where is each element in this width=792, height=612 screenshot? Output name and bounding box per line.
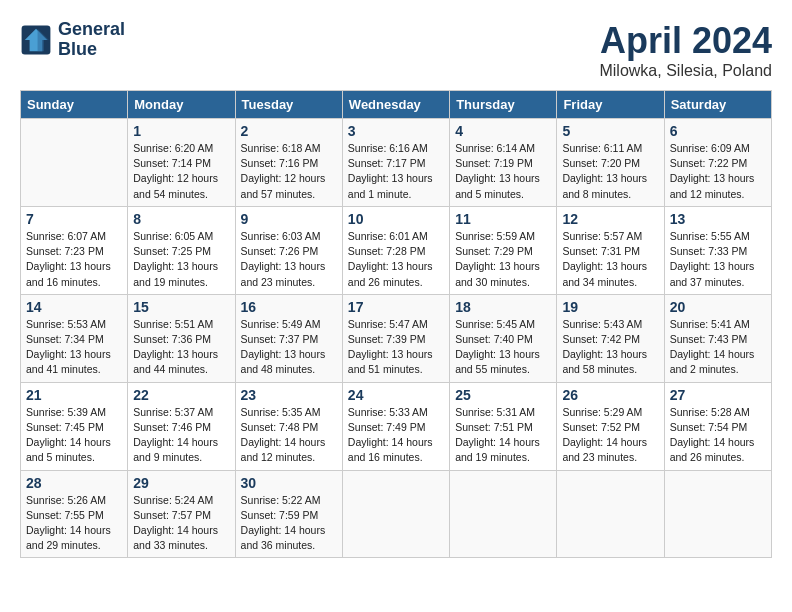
calendar-week-1: 1Sunrise: 6:20 AMSunset: 7:14 PMDaylight… [21, 119, 772, 207]
calendar-cell: 7Sunrise: 6:07 AMSunset: 7:23 PMDaylight… [21, 206, 128, 294]
calendar-cell: 12Sunrise: 5:57 AMSunset: 7:31 PMDayligh… [557, 206, 664, 294]
calendar-cell: 17Sunrise: 5:47 AMSunset: 7:39 PMDayligh… [342, 294, 449, 382]
location-title: Milowka, Silesia, Poland [599, 62, 772, 80]
calendar-cell: 14Sunrise: 5:53 AMSunset: 7:34 PMDayligh… [21, 294, 128, 382]
calendar-cell: 5Sunrise: 6:11 AMSunset: 7:20 PMDaylight… [557, 119, 664, 207]
calendar-header: Sunday Monday Tuesday Wednesday Thursday… [21, 91, 772, 119]
cell-content: Sunrise: 5:39 AMSunset: 7:45 PMDaylight:… [26, 405, 122, 466]
cell-content: Sunrise: 5:53 AMSunset: 7:34 PMDaylight:… [26, 317, 122, 378]
cell-content: Sunrise: 6:20 AMSunset: 7:14 PMDaylight:… [133, 141, 229, 202]
day-number: 2 [241, 123, 337, 139]
cell-content: Sunrise: 6:14 AMSunset: 7:19 PMDaylight:… [455, 141, 551, 202]
calendar-cell [21, 119, 128, 207]
calendar-cell: 23Sunrise: 5:35 AMSunset: 7:48 PMDayligh… [235, 382, 342, 470]
day-number: 14 [26, 299, 122, 315]
col-tuesday: Tuesday [235, 91, 342, 119]
cell-content: Sunrise: 6:07 AMSunset: 7:23 PMDaylight:… [26, 229, 122, 290]
cell-content: Sunrise: 5:55 AMSunset: 7:33 PMDaylight:… [670, 229, 766, 290]
day-number: 20 [670, 299, 766, 315]
day-number: 29 [133, 475, 229, 491]
day-number: 8 [133, 211, 229, 227]
day-number: 19 [562, 299, 658, 315]
cell-content: Sunrise: 5:51 AMSunset: 7:36 PMDaylight:… [133, 317, 229, 378]
calendar-cell: 9Sunrise: 6:03 AMSunset: 7:26 PMDaylight… [235, 206, 342, 294]
col-thursday: Thursday [450, 91, 557, 119]
day-number: 11 [455, 211, 551, 227]
calendar-cell: 11Sunrise: 5:59 AMSunset: 7:29 PMDayligh… [450, 206, 557, 294]
calendar-cell: 19Sunrise: 5:43 AMSunset: 7:42 PMDayligh… [557, 294, 664, 382]
logo: General Blue [20, 20, 125, 60]
calendar-cell: 8Sunrise: 6:05 AMSunset: 7:25 PMDaylight… [128, 206, 235, 294]
cell-content: Sunrise: 5:22 AMSunset: 7:59 PMDaylight:… [241, 493, 337, 554]
calendar-cell: 21Sunrise: 5:39 AMSunset: 7:45 PMDayligh… [21, 382, 128, 470]
logo-text: General Blue [58, 20, 125, 60]
calendar-cell: 26Sunrise: 5:29 AMSunset: 7:52 PMDayligh… [557, 382, 664, 470]
cell-content: Sunrise: 5:57 AMSunset: 7:31 PMDaylight:… [562, 229, 658, 290]
cell-content: Sunrise: 5:59 AMSunset: 7:29 PMDaylight:… [455, 229, 551, 290]
day-number: 17 [348, 299, 444, 315]
cell-content: Sunrise: 5:45 AMSunset: 7:40 PMDaylight:… [455, 317, 551, 378]
calendar-week-4: 21Sunrise: 5:39 AMSunset: 7:45 PMDayligh… [21, 382, 772, 470]
cell-content: Sunrise: 6:01 AMSunset: 7:28 PMDaylight:… [348, 229, 444, 290]
day-number: 13 [670, 211, 766, 227]
logo-icon [20, 24, 52, 56]
day-number: 28 [26, 475, 122, 491]
day-number: 24 [348, 387, 444, 403]
cell-content: Sunrise: 5:47 AMSunset: 7:39 PMDaylight:… [348, 317, 444, 378]
cell-content: Sunrise: 5:24 AMSunset: 7:57 PMDaylight:… [133, 493, 229, 554]
cell-content: Sunrise: 5:49 AMSunset: 7:37 PMDaylight:… [241, 317, 337, 378]
col-monday: Monday [128, 91, 235, 119]
day-number: 6 [670, 123, 766, 139]
calendar-cell: 24Sunrise: 5:33 AMSunset: 7:49 PMDayligh… [342, 382, 449, 470]
day-number: 15 [133, 299, 229, 315]
day-number: 12 [562, 211, 658, 227]
calendar-cell: 6Sunrise: 6:09 AMSunset: 7:22 PMDaylight… [664, 119, 771, 207]
col-wednesday: Wednesday [342, 91, 449, 119]
calendar-cell [450, 470, 557, 558]
cell-content: Sunrise: 6:09 AMSunset: 7:22 PMDaylight:… [670, 141, 766, 202]
cell-content: Sunrise: 5:31 AMSunset: 7:51 PMDaylight:… [455, 405, 551, 466]
day-number: 1 [133, 123, 229, 139]
cell-content: Sunrise: 6:18 AMSunset: 7:16 PMDaylight:… [241, 141, 337, 202]
calendar-cell: 22Sunrise: 5:37 AMSunset: 7:46 PMDayligh… [128, 382, 235, 470]
calendar-cell: 25Sunrise: 5:31 AMSunset: 7:51 PMDayligh… [450, 382, 557, 470]
day-number: 23 [241, 387, 337, 403]
col-saturday: Saturday [664, 91, 771, 119]
calendar-body: 1Sunrise: 6:20 AMSunset: 7:14 PMDaylight… [21, 119, 772, 558]
calendar-week-2: 7Sunrise: 6:07 AMSunset: 7:23 PMDaylight… [21, 206, 772, 294]
logo-line1: General [58, 20, 125, 40]
day-number: 21 [26, 387, 122, 403]
day-number: 4 [455, 123, 551, 139]
cell-content: Sunrise: 6:05 AMSunset: 7:25 PMDaylight:… [133, 229, 229, 290]
cell-content: Sunrise: 6:11 AMSunset: 7:20 PMDaylight:… [562, 141, 658, 202]
calendar-cell: 4Sunrise: 6:14 AMSunset: 7:19 PMDaylight… [450, 119, 557, 207]
header-row: Sunday Monday Tuesday Wednesday Thursday… [21, 91, 772, 119]
calendar-cell: 28Sunrise: 5:26 AMSunset: 7:55 PMDayligh… [21, 470, 128, 558]
calendar-cell [557, 470, 664, 558]
day-number: 22 [133, 387, 229, 403]
calendar-cell: 20Sunrise: 5:41 AMSunset: 7:43 PMDayligh… [664, 294, 771, 382]
calendar-week-5: 28Sunrise: 5:26 AMSunset: 7:55 PMDayligh… [21, 470, 772, 558]
calendar-cell: 29Sunrise: 5:24 AMSunset: 7:57 PMDayligh… [128, 470, 235, 558]
page-header: General Blue April 2024 Milowka, Silesia… [20, 20, 772, 80]
cell-content: Sunrise: 5:43 AMSunset: 7:42 PMDaylight:… [562, 317, 658, 378]
calendar-week-3: 14Sunrise: 5:53 AMSunset: 7:34 PMDayligh… [21, 294, 772, 382]
day-number: 25 [455, 387, 551, 403]
cell-content: Sunrise: 5:41 AMSunset: 7:43 PMDaylight:… [670, 317, 766, 378]
calendar-cell [342, 470, 449, 558]
calendar-cell: 16Sunrise: 5:49 AMSunset: 7:37 PMDayligh… [235, 294, 342, 382]
cell-content: Sunrise: 5:26 AMSunset: 7:55 PMDaylight:… [26, 493, 122, 554]
calendar-cell [664, 470, 771, 558]
title-area: April 2024 Milowka, Silesia, Poland [599, 20, 772, 80]
calendar-cell: 1Sunrise: 6:20 AMSunset: 7:14 PMDaylight… [128, 119, 235, 207]
col-sunday: Sunday [21, 91, 128, 119]
calendar-cell: 27Sunrise: 5:28 AMSunset: 7:54 PMDayligh… [664, 382, 771, 470]
calendar-cell: 2Sunrise: 6:18 AMSunset: 7:16 PMDaylight… [235, 119, 342, 207]
day-number: 9 [241, 211, 337, 227]
day-number: 3 [348, 123, 444, 139]
calendar-cell: 3Sunrise: 6:16 AMSunset: 7:17 PMDaylight… [342, 119, 449, 207]
calendar-table: Sunday Monday Tuesday Wednesday Thursday… [20, 90, 772, 558]
cell-content: Sunrise: 5:37 AMSunset: 7:46 PMDaylight:… [133, 405, 229, 466]
cell-content: Sunrise: 5:33 AMSunset: 7:49 PMDaylight:… [348, 405, 444, 466]
cell-content: Sunrise: 5:35 AMSunset: 7:48 PMDaylight:… [241, 405, 337, 466]
